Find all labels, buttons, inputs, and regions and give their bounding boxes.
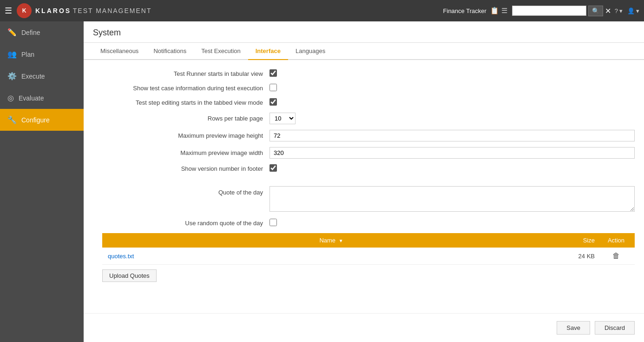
file-table-col-action: Action — [598, 233, 635, 248]
input-max-preview-width[interactable] — [269, 147, 635, 159]
project-icon-list[interactable]: ☰ — [501, 7, 507, 15]
project-name: Finance Tracker — [443, 7, 486, 14]
define-icon: ✏️ — [7, 28, 17, 37]
form-row-use-random-quote: Use random quote of the day — [102, 219, 635, 228]
input-max-preview-height[interactable] — [269, 130, 635, 141]
file-size: 24 KB — [560, 249, 598, 263]
delete-file-button[interactable]: 🗑 — [610, 251, 623, 261]
sidebar-item-execute-label: Execute — [21, 73, 45, 80]
checkbox-show-version[interactable] — [269, 164, 277, 172]
form-row-test-runner-tabular: Test Runner starts in tabular view — [102, 69, 635, 78]
content-area: System Miscellaneous Notifications Test … — [84, 21, 644, 342]
checkbox-use-random-quote[interactable] — [269, 219, 277, 226]
sidebar-item-define-label: Define — [21, 29, 40, 36]
label-quote-of-day: Quote of the day — [102, 186, 269, 196]
project-selector: Finance Tracker 📋 ☰ — [443, 7, 507, 15]
sidebar-item-plan-label: Plan — [21, 51, 34, 58]
save-button[interactable]: Save — [557, 321, 590, 335]
search-bar: 🔍 ✕ — [512, 6, 611, 16]
project-icons: 📋 ☰ — [490, 7, 507, 15]
checkbox-test-step-tabbed[interactable] — [269, 98, 277, 106]
form-row-show-version: Show version number in footer — [102, 164, 635, 173]
sidebar-item-configure[interactable]: 🔧 Configure — [0, 109, 84, 131]
form-row-test-step-tabbed: Test step editing starts in the tabbed v… — [102, 98, 635, 107]
help-chevron-icon: ▾ — [619, 7, 623, 14]
clear-search-button[interactable]: ✕ — [605, 7, 611, 15]
sidebar-item-define[interactable]: ✏️ Define — [0, 21, 84, 43]
form-row-max-preview-height: Maximum preview image height — [102, 130, 635, 141]
app-name: TEST MANAGEMENT — [73, 7, 152, 14]
control-show-version — [269, 164, 635, 173]
tab-notifications[interactable]: Notifications — [146, 43, 194, 60]
control-rows-per-page: 10 20 50 100 — [269, 113, 635, 124]
form-row-rows-per-page: Rows per table page 10 20 50 100 — [102, 113, 635, 124]
plan-icon: 👥 — [7, 50, 17, 59]
sidebar-item-configure-label: Configure — [21, 116, 50, 124]
execute-icon: ⚙️ — [7, 72, 17, 80]
tab-test-execution[interactable]: Test Execution — [194, 43, 248, 60]
file-table-col-size: Size — [560, 233, 598, 248]
control-max-preview-height — [269, 130, 635, 141]
control-test-step-tabbed — [269, 98, 635, 107]
form-content: Test Runner starts in tabular view Show … — [84, 60, 644, 313]
upload-quotes-button[interactable]: Upload Quotes — [102, 269, 157, 282]
logo: K KLAROS TEST MANAGEMENT — [17, 3, 152, 18]
form-row-max-preview-width: Maximum preview image width — [102, 147, 635, 159]
control-quote-of-day — [269, 186, 635, 213]
logo-icon: K — [17, 3, 32, 18]
evaluate-icon: ◎ — [7, 94, 14, 102]
user-chevron-icon: ▾ — [636, 7, 639, 14]
control-test-runner-tabular — [269, 69, 635, 78]
file-table-header: Name ▼ Size Action — [102, 233, 635, 248]
user-icon: 👤 — [627, 7, 635, 14]
file-table-row: quotes.txt 24 KB 🗑 — [102, 248, 635, 265]
page-title: System — [93, 28, 635, 38]
sort-arrow-icon: ▼ — [339, 238, 343, 243]
col-name-label: Name — [319, 237, 335, 244]
sidebar: ✏️ Define 👥 Plan ⚙️ Execute ◎ Evaluate 🔧… — [0, 21, 84, 342]
sidebar-item-execute[interactable]: ⚙️ Execute — [0, 65, 84, 87]
select-rows-per-page[interactable]: 10 20 50 100 — [269, 113, 296, 124]
main-layout: ✏️ Define 👥 Plan ⚙️ Execute ◎ Evaluate 🔧… — [0, 21, 644, 342]
form-row-show-test-case-info: Show test case information during test e… — [102, 84, 635, 93]
page-header: System — [84, 21, 644, 43]
user-menu[interactable]: 👤 ▾ — [627, 7, 639, 14]
menu-icon[interactable]: ☰ — [5, 6, 12, 16]
checkbox-show-test-case-info[interactable] — [269, 84, 277, 91]
file-action-cell: 🗑 — [598, 248, 635, 264]
search-input[interactable] — [512, 6, 586, 16]
control-max-preview-width — [269, 147, 635, 159]
label-use-random-quote: Use random quote of the day — [102, 220, 269, 227]
configure-icon: 🔧 — [7, 115, 17, 124]
tab-bar: Miscellaneous Notifications Test Executi… — [84, 43, 644, 60]
sidebar-item-evaluate[interactable]: ◎ Evaluate — [0, 87, 84, 109]
control-use-random-quote — [269, 219, 635, 228]
search-button[interactable]: 🔍 — [588, 6, 603, 16]
help-menu[interactable]: ? ▾ — [615, 7, 623, 14]
file-name-link[interactable]: quotes.txt — [102, 249, 560, 263]
control-show-test-case-info — [269, 84, 635, 93]
project-icon-clipboard[interactable]: 📋 — [490, 7, 499, 15]
discard-button[interactable]: Discard — [595, 321, 635, 335]
label-show-version: Show version number in footer — [102, 165, 269, 172]
brand-name: KLAROS — [35, 7, 71, 14]
label-test-step-tabbed: Test step editing starts in the tabbed v… — [102, 99, 269, 106]
tab-miscellaneous[interactable]: Miscellaneous — [93, 43, 146, 60]
label-max-preview-height: Maximum preview image height — [102, 132, 269, 139]
file-table-col-name[interactable]: Name ▼ — [102, 233, 560, 248]
action-buttons: Save Discard — [84, 313, 644, 342]
file-table-container: Name ▼ Size Action quotes.txt 24 KB 🗑 — [102, 233, 635, 265]
checkbox-test-runner-tabular[interactable] — [269, 69, 277, 77]
label-test-runner-tabular: Test Runner starts in tabular view — [102, 70, 269, 77]
help-icon: ? — [615, 7, 618, 14]
textarea-quote-of-day[interactable] — [269, 186, 635, 212]
tab-interface[interactable]: Interface — [248, 43, 288, 60]
label-rows-per-page: Rows per table page — [102, 115, 269, 122]
sidebar-item-plan[interactable]: 👥 Plan — [0, 43, 84, 65]
label-show-test-case-info: Show test case information during test e… — [102, 85, 269, 92]
label-max-preview-width: Maximum preview image width — [102, 149, 269, 156]
form-gap — [102, 179, 635, 186]
tab-languages[interactable]: Languages — [288, 43, 333, 60]
svg-text:K: K — [22, 7, 26, 14]
navbar: ☰ K KLAROS TEST MANAGEMENT Finance Track… — [0, 0, 644, 21]
